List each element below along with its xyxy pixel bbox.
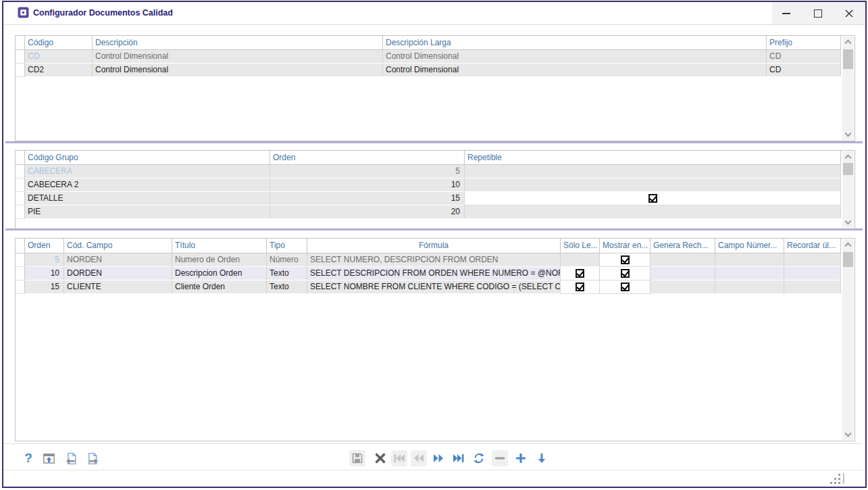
col-header-orden[interactable]: Orden bbox=[25, 239, 64, 253]
table-row[interactable]: 5 NORDEN Numero de Orden Número SELECT N… bbox=[16, 253, 854, 267]
cell-solo-lectura[interactable] bbox=[561, 267, 600, 280]
cell-genera-rechazo[interactable] bbox=[650, 267, 715, 280]
row-selector[interactable] bbox=[16, 192, 25, 205]
scrollbar-thumb[interactable] bbox=[843, 252, 853, 267]
row-selector[interactable] bbox=[16, 253, 25, 267]
table-row[interactable]: CD2 Control Dimensional Control Dimensio… bbox=[16, 64, 854, 77]
move-down-button[interactable] bbox=[534, 450, 550, 466]
import-button[interactable] bbox=[63, 450, 79, 466]
col-header-codigo-grupo[interactable]: Código Grupo bbox=[25, 151, 270, 165]
cell-codigo-grupo[interactable]: DETALLE bbox=[25, 192, 270, 205]
cell-campo-numero[interactable] bbox=[715, 267, 784, 280]
next-record-button[interactable] bbox=[430, 450, 446, 466]
row-selector[interactable] bbox=[16, 267, 25, 280]
cell-recordar-ultimo[interactable] bbox=[784, 253, 841, 267]
cell-repetible[interactable] bbox=[465, 165, 841, 178]
cell-repetible[interactable] bbox=[465, 205, 841, 219]
cell-repetible[interactable] bbox=[465, 192, 841, 205]
mostrar-checkbox[interactable] bbox=[621, 283, 630, 291]
table-row[interactable]: CABECERA 2 10 bbox=[16, 178, 854, 192]
table-row[interactable]: CABECERA 5 bbox=[16, 165, 854, 178]
cell-campo-numero[interactable] bbox=[715, 253, 784, 267]
scrollbar-up-button[interactable] bbox=[842, 239, 854, 250]
splitter[interactable] bbox=[5, 141, 863, 143]
cell-orden[interactable]: 5 bbox=[25, 253, 64, 267]
last-record-button[interactable] bbox=[451, 450, 467, 466]
cell-tipo[interactable]: Texto bbox=[267, 280, 307, 294]
cell-orden[interactable]: 15 bbox=[270, 192, 465, 205]
row-selector[interactable] bbox=[16, 280, 25, 294]
col-header-campo-numero[interactable]: Campo Númer... bbox=[715, 239, 784, 253]
maximize-button[interactable] bbox=[802, 2, 833, 24]
scrollbar-down-button[interactable] bbox=[842, 217, 854, 228]
col-header-titulo[interactable]: Título bbox=[172, 239, 267, 253]
scrollbar-down-button[interactable] bbox=[842, 429, 854, 440]
cell-genera-rechazo[interactable] bbox=[650, 253, 715, 267]
col-header-mostrar-en[interactable]: Mostrar en... bbox=[600, 239, 650, 253]
export-button[interactable] bbox=[84, 450, 101, 466]
col-header-formula[interactable]: Fórmula bbox=[307, 239, 561, 253]
close-button[interactable] bbox=[834, 2, 864, 24]
cell-prefijo[interactable]: CD bbox=[767, 64, 841, 77]
splitter[interactable] bbox=[5, 228, 863, 230]
row-selector[interactable] bbox=[16, 178, 25, 192]
col-header-prefijo[interactable]: Prefijo bbox=[767, 36, 841, 50]
vertical-scrollbar[interactable] bbox=[842, 151, 854, 228]
col-header-tipo[interactable]: Tipo bbox=[267, 239, 307, 253]
cell-cod-campo[interactable]: DORDEN bbox=[64, 267, 172, 280]
cell-tipo[interactable]: Número bbox=[267, 253, 307, 267]
cell-titulo[interactable]: Descripcion Orden bbox=[172, 267, 267, 280]
cell-recordar-ultimo[interactable] bbox=[784, 280, 841, 294]
cell-titulo[interactable]: Cliente Orden bbox=[172, 280, 267, 294]
delete-row-button[interactable] bbox=[492, 450, 508, 466]
mostrar-checkbox[interactable] bbox=[621, 269, 630, 278]
vertical-scrollbar[interactable] bbox=[842, 36, 854, 140]
cell-campo-numero[interactable] bbox=[715, 280, 784, 294]
cell-cod-campo[interactable]: NORDEN bbox=[64, 253, 172, 267]
row-selector[interactable] bbox=[16, 205, 25, 219]
scrollbar-up-button[interactable] bbox=[842, 36, 854, 47]
cell-orden[interactable]: 5 bbox=[270, 165, 465, 178]
cell-codigo[interactable]: CD bbox=[25, 50, 93, 64]
cell-orden[interactable]: 20 bbox=[270, 205, 465, 219]
cell-solo-lectura[interactable] bbox=[561, 253, 600, 267]
help-button[interactable]: ? bbox=[20, 450, 36, 466]
cell-orden[interactable]: 10 bbox=[270, 178, 465, 192]
window-upload-button[interactable] bbox=[41, 450, 57, 466]
cell-tipo[interactable]: Texto bbox=[267, 267, 307, 280]
col-header-cod-campo[interactable]: Cód. Campo bbox=[64, 239, 172, 253]
cell-formula[interactable]: SELECT NOMBRE FROM CLIENTE WHERE CODIGO … bbox=[307, 280, 561, 294]
scrollbar-up-button[interactable] bbox=[842, 151, 854, 162]
cell-solo-lectura[interactable] bbox=[561, 280, 600, 294]
vertical-scrollbar[interactable] bbox=[842, 239, 854, 440]
cell-codigo-grupo[interactable]: CABECERA bbox=[25, 165, 270, 178]
first-record-button[interactable] bbox=[391, 450, 407, 466]
cell-genera-rechazo[interactable] bbox=[650, 280, 715, 294]
col-header-genera-rechazo[interactable]: Genera Rech... bbox=[650, 239, 715, 253]
cell-mostrar-en[interactable] bbox=[600, 253, 650, 267]
cell-orden[interactable]: 10 bbox=[25, 267, 64, 280]
col-header-codigo[interactable]: Código bbox=[25, 36, 93, 50]
mostrar-checkbox[interactable] bbox=[621, 255, 630, 264]
col-header-orden[interactable]: Orden bbox=[270, 151, 465, 165]
cell-prefijo[interactable]: CD bbox=[767, 50, 841, 64]
table-row[interactable]: 10 DORDEN Descripcion Orden Texto SELECT… bbox=[16, 267, 854, 280]
cell-formula[interactable]: SELECT NUMERO, DESCRIPCION FROM ORDEN bbox=[307, 253, 561, 267]
cell-repetible[interactable] bbox=[465, 178, 841, 192]
cell-cod-campo[interactable]: CLIENTE bbox=[64, 280, 172, 294]
previous-record-button[interactable] bbox=[411, 450, 427, 466]
cell-formula[interactable]: SELECT DESCRIPCION FROM ORDEN WHERE NUME… bbox=[307, 267, 561, 280]
cell-recordar-ultimo[interactable] bbox=[784, 267, 841, 280]
col-header-repetible[interactable]: Repetible bbox=[465, 151, 841, 165]
scrollbar-thumb[interactable] bbox=[843, 163, 853, 175]
cell-mostrar-en[interactable] bbox=[600, 280, 650, 294]
col-header-recordar-ultimo[interactable]: Recordar úl... bbox=[784, 239, 841, 253]
col-header-descripcion[interactable]: Descripción bbox=[93, 36, 383, 50]
cell-mostrar-en[interactable] bbox=[600, 267, 650, 280]
cell-descripcion-larga[interactable]: Control Dimensional bbox=[383, 64, 767, 77]
cell-orden[interactable]: 15 bbox=[25, 280, 64, 294]
add-row-button[interactable] bbox=[513, 450, 529, 466]
save-button[interactable] bbox=[349, 450, 365, 466]
minimize-button[interactable] bbox=[771, 2, 801, 24]
cell-codigo-grupo[interactable]: CABECERA 2 bbox=[25, 178, 270, 192]
